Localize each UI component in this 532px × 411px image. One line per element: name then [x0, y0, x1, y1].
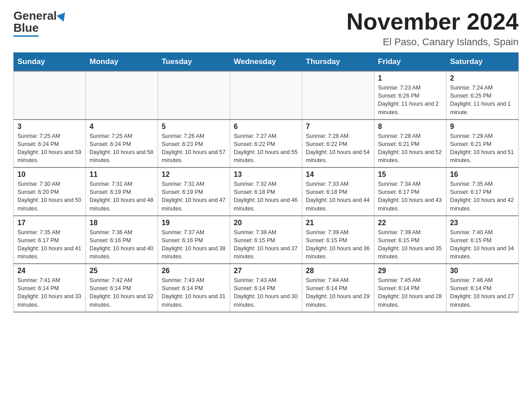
day-number: 25 — [90, 267, 154, 275]
day-number: 3 — [17, 123, 82, 131]
day-info: Sunrise: 7:25 AMSunset: 6:24 PMDaylight:… — [90, 132, 154, 165]
day-info: Sunrise: 7:34 AMSunset: 6:17 PMDaylight:… — [378, 180, 442, 213]
calendar-week-2: 3Sunrise: 7:25 AMSunset: 6:24 PMDaylight… — [14, 120, 519, 168]
day-number: 17 — [17, 219, 82, 227]
day-info: Sunrise: 7:41 AMSunset: 6:14 PMDaylight:… — [17, 276, 82, 309]
day-info: Sunrise: 7:35 AMSunset: 6:17 PMDaylight:… — [450, 180, 515, 213]
day-number: 5 — [162, 123, 226, 131]
calendar-cell: 2Sunrise: 7:24 AMSunset: 6:25 PMDaylight… — [446, 71, 519, 120]
day-number: 8 — [378, 123, 442, 131]
day-info: Sunrise: 7:23 AMSunset: 6:26 PMDaylight:… — [378, 84, 442, 116]
day-number: 26 — [162, 267, 226, 275]
calendar-cell — [158, 71, 230, 120]
day-number: 29 — [378, 267, 442, 275]
day-number: 19 — [162, 219, 226, 227]
day-number: 21 — [306, 219, 370, 227]
day-info: Sunrise: 7:26 AMSunset: 6:23 PMDaylight:… — [162, 132, 226, 165]
day-info: Sunrise: 7:24 AMSunset: 6:25 PMDaylight:… — [450, 84, 515, 116]
calendar-cell: 4Sunrise: 7:25 AMSunset: 6:24 PMDaylight… — [86, 120, 158, 168]
day-number: 22 — [378, 219, 442, 227]
calendar-cell: 14Sunrise: 7:33 AMSunset: 6:18 PMDayligh… — [302, 167, 374, 216]
day-info: Sunrise: 7:44 AMSunset: 6:14 PMDaylight:… — [306, 276, 370, 309]
calendar-cell: 13Sunrise: 7:32 AMSunset: 6:18 PMDayligh… — [230, 167, 302, 216]
day-info: Sunrise: 7:33 AMSunset: 6:18 PMDaylight:… — [306, 180, 370, 213]
day-number: 16 — [450, 171, 515, 179]
calendar-cell: 29Sunrise: 7:45 AMSunset: 6:14 PMDayligh… — [374, 264, 446, 312]
calendar-cell: 10Sunrise: 7:30 AMSunset: 6:20 PMDayligh… — [14, 167, 86, 216]
calendar-cell: 16Sunrise: 7:35 AMSunset: 6:17 PMDayligh… — [446, 167, 519, 216]
day-info: Sunrise: 7:39 AMSunset: 6:15 PMDaylight:… — [306, 228, 370, 261]
day-number: 9 — [450, 123, 515, 131]
calendar-cell: 25Sunrise: 7:42 AMSunset: 6:14 PMDayligh… — [86, 264, 158, 312]
day-number: 12 — [162, 171, 226, 179]
day-info: Sunrise: 7:31 AMSunset: 6:19 PMDaylight:… — [162, 180, 226, 213]
page-title: November 2024 — [347, 9, 519, 34]
weekday-header-tuesday: Tuesday — [158, 53, 230, 72]
day-info: Sunrise: 7:36 AMSunset: 6:16 PMDaylight:… — [90, 228, 154, 261]
calendar-cell — [86, 71, 158, 120]
calendar-cell: 3Sunrise: 7:25 AMSunset: 6:24 PMDaylight… — [14, 120, 86, 168]
day-number: 11 — [90, 171, 154, 179]
day-info: Sunrise: 7:43 AMSunset: 6:14 PMDaylight:… — [234, 276, 298, 309]
weekday-header-thursday: Thursday — [302, 53, 374, 72]
calendar-week-5: 24Sunrise: 7:41 AMSunset: 6:14 PMDayligh… — [14, 264, 519, 312]
calendar-cell: 21Sunrise: 7:39 AMSunset: 6:15 PMDayligh… — [302, 216, 374, 264]
day-info: Sunrise: 7:28 AMSunset: 6:21 PMDaylight:… — [378, 132, 442, 165]
day-number: 18 — [90, 219, 154, 227]
weekday-row: SundayMondayTuesdayWednesdayThursdayFrid… — [14, 53, 519, 72]
calendar-cell: 17Sunrise: 7:35 AMSunset: 6:17 PMDayligh… — [14, 216, 86, 264]
weekday-header-friday: Friday — [374, 53, 446, 72]
day-info: Sunrise: 7:46 AMSunset: 6:14 PMDaylight:… — [450, 276, 515, 309]
calendar-cell: 24Sunrise: 7:41 AMSunset: 6:14 PMDayligh… — [14, 264, 86, 312]
day-info: Sunrise: 7:29 AMSunset: 6:21 PMDaylight:… — [450, 132, 515, 165]
calendar-header: SundayMondayTuesdayWednesdayThursdayFrid… — [14, 53, 519, 72]
logo-blue-label: Blue — [13, 21, 39, 37]
day-info: Sunrise: 7:28 AMSunset: 6:22 PMDaylight:… — [306, 132, 370, 165]
calendar-cell — [230, 71, 302, 120]
subtitle: El Paso, Canary Islands, Spain — [347, 36, 519, 48]
day-info: Sunrise: 7:37 AMSunset: 6:16 PMDaylight:… — [162, 228, 226, 261]
day-info: Sunrise: 7:35 AMSunset: 6:17 PMDaylight:… — [17, 228, 82, 261]
calendar-cell: 11Sunrise: 7:31 AMSunset: 6:19 PMDayligh… — [86, 167, 158, 216]
day-number: 23 — [450, 219, 515, 227]
day-number: 30 — [450, 267, 515, 275]
logo-triangle-icon — [56, 13, 68, 23]
calendar-cell — [14, 71, 86, 120]
weekday-header-sunday: Sunday — [14, 53, 86, 72]
day-info: Sunrise: 7:43 AMSunset: 6:14 PMDaylight:… — [162, 276, 226, 309]
day-info: Sunrise: 7:39 AMSunset: 6:15 PMDaylight:… — [378, 228, 442, 261]
day-number: 13 — [234, 171, 298, 179]
calendar-cell: 27Sunrise: 7:43 AMSunset: 6:14 PMDayligh… — [230, 264, 302, 312]
calendar-cell: 12Sunrise: 7:31 AMSunset: 6:19 PMDayligh… — [158, 167, 230, 216]
calendar-week-3: 10Sunrise: 7:30 AMSunset: 6:20 PMDayligh… — [14, 167, 519, 216]
day-info: Sunrise: 7:27 AMSunset: 6:22 PMDaylight:… — [234, 132, 298, 165]
calendar-week-4: 17Sunrise: 7:35 AMSunset: 6:17 PMDayligh… — [14, 216, 519, 264]
day-number: 14 — [306, 171, 370, 179]
title-block: November 2024 El Paso, Canary Islands, S… — [347, 9, 519, 48]
calendar-cell: 6Sunrise: 7:27 AMSunset: 6:22 PMDaylight… — [230, 120, 302, 168]
calendar-table: SundayMondayTuesdayWednesdayThursdayFrid… — [13, 52, 519, 313]
day-number: 15 — [378, 171, 442, 179]
calendar-cell: 8Sunrise: 7:28 AMSunset: 6:21 PMDaylight… — [374, 120, 446, 168]
day-info: Sunrise: 7:38 AMSunset: 6:15 PMDaylight:… — [234, 228, 298, 261]
day-info: Sunrise: 7:25 AMSunset: 6:24 PMDaylight:… — [17, 132, 82, 165]
calendar-cell: 7Sunrise: 7:28 AMSunset: 6:22 PMDaylight… — [302, 120, 374, 168]
day-number: 27 — [234, 267, 298, 275]
calendar-cell: 20Sunrise: 7:38 AMSunset: 6:15 PMDayligh… — [230, 216, 302, 264]
day-info: Sunrise: 7:45 AMSunset: 6:14 PMDaylight:… — [378, 276, 442, 309]
day-number: 1 — [378, 74, 442, 82]
day-info: Sunrise: 7:30 AMSunset: 6:20 PMDaylight:… — [17, 180, 82, 213]
calendar-week-1: 1Sunrise: 7:23 AMSunset: 6:26 PMDaylight… — [14, 71, 519, 120]
calendar-cell — [302, 71, 374, 120]
calendar-cell: 5Sunrise: 7:26 AMSunset: 6:23 PMDaylight… — [158, 120, 230, 168]
weekday-header-wednesday: Wednesday — [230, 53, 302, 72]
day-number: 10 — [17, 171, 82, 179]
day-number: 28 — [306, 267, 370, 275]
weekday-header-saturday: Saturday — [446, 53, 519, 72]
page-header: General Blue November 2024 El Paso, Cana… — [13, 9, 519, 48]
day-number: 7 — [306, 123, 370, 131]
calendar-cell: 23Sunrise: 7:40 AMSunset: 6:15 PMDayligh… — [446, 216, 519, 264]
day-info: Sunrise: 7:31 AMSunset: 6:19 PMDaylight:… — [90, 180, 154, 213]
logo: General Blue — [13, 9, 67, 37]
weekday-header-monday: Monday — [86, 53, 158, 72]
